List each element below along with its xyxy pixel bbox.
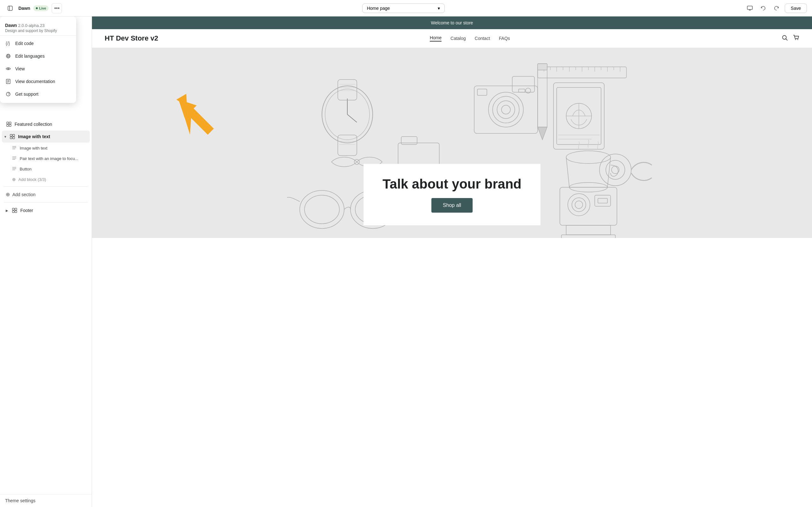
sidebar: Dawn 2.0.0-alpha.23 Design and support b…	[0, 16, 92, 507]
view-label: View	[15, 66, 25, 71]
preview-area: Welcome to our store HT Dev Store v2 Hom…	[92, 16, 812, 507]
svg-rect-33	[12, 208, 14, 210]
hero-title: Talk about your brand	[383, 176, 521, 192]
dropdown-subtitle: Design and support by Shopify	[5, 29, 71, 33]
view-docs-label: View documentation	[15, 79, 55, 84]
sub-item-button-label: Button	[20, 167, 32, 171]
book-icon	[5, 78, 11, 84]
page-selector[interactable]: Home page ▾	[362, 3, 445, 13]
sub-item-pair-text-label: Pair text with an image to focu...	[20, 156, 78, 161]
monitor-button[interactable]	[745, 3, 755, 13]
view-docs-item[interactable]: View documentation	[0, 75, 76, 88]
topbar-right: Save	[745, 3, 807, 13]
sidebar-sub-item-image-with-text[interactable]: Image with text	[0, 143, 92, 153]
svg-rect-16	[7, 122, 9, 124]
more-icon: •••	[54, 5, 60, 11]
add-section-label: Add section	[12, 192, 36, 197]
question-icon: ?	[5, 91, 11, 97]
sidebar-divider-2	[4, 202, 88, 203]
topbar-center: Home page ▾	[66, 3, 741, 13]
store-header: HT Dev Store v2 Home Catalog Contact FAQ…	[92, 29, 812, 48]
topbar-left: Dawn Live •••	[5, 3, 62, 13]
plus-icon-section: ⊕	[6, 191, 10, 198]
undo-button[interactable]	[758, 3, 768, 13]
svg-line-38	[786, 39, 788, 40]
sidebar-item-featured-collection[interactable]: Featured collection	[2, 118, 90, 130]
svg-rect-17	[9, 122, 11, 124]
nav-faqs[interactable]: FAQs	[499, 36, 510, 41]
theme-settings-label: Theme settings	[5, 498, 36, 503]
grid-icon-image-text	[9, 133, 15, 140]
get-support-item[interactable]: ? Get support	[0, 88, 76, 101]
sidebar-sub-item-pair-text[interactable]: Pair text with an image to focu...	[0, 153, 92, 164]
eye-icon	[5, 66, 11, 72]
dropdown-header: Dawn 2.0.0-alpha.23 Design and support b…	[0, 19, 76, 36]
chevron-down-icon: ▾	[438, 6, 440, 11]
redo-button[interactable]	[771, 3, 781, 13]
theme-name: Dawn	[18, 6, 30, 11]
lines-icon-3	[12, 166, 17, 172]
svg-rect-20	[10, 134, 12, 136]
page-selector-value: Home page	[367, 6, 390, 11]
announcement-text: Welcome to our store	[431, 20, 473, 25]
grid-icon-featured	[6, 121, 12, 127]
featured-collection-label: Featured collection	[14, 122, 86, 127]
nav-home[interactable]: Home	[430, 35, 442, 42]
svg-point-40	[798, 39, 798, 40]
search-icon[interactable]	[781, 35, 788, 43]
announcement-bar: Welcome to our store	[92, 16, 812, 29]
grid-icon-footer	[11, 207, 18, 214]
store-header-icons	[781, 35, 799, 43]
shop-all-button[interactable]: Shop all	[432, 198, 473, 213]
dropdown-title: Dawn 2.0.0-alpha.23	[5, 23, 71, 28]
svg-rect-0	[8, 6, 12, 10]
code-icon: {/}	[5, 40, 11, 47]
sidebar-sections: Featured collection ▾ Image with text Im…	[0, 118, 92, 217]
svg-rect-18	[7, 124, 9, 126]
add-block-item[interactable]: ⊕ Add block (3/3)	[0, 174, 92, 184]
hero-section: Talk about your brand Shop all	[92, 48, 812, 238]
svg-rect-23	[13, 137, 14, 139]
hero-content-card: Talk about your brand Shop all	[363, 164, 541, 225]
view-item[interactable]: View	[0, 62, 76, 75]
expand-icon: ▾	[4, 135, 6, 138]
svg-rect-21	[13, 134, 14, 136]
store-logo: HT Dev Store v2	[105, 34, 158, 43]
svg-rect-117	[538, 64, 547, 70]
add-section-item[interactable]: ⊕ Add section	[2, 188, 90, 200]
save-button[interactable]: Save	[785, 3, 807, 13]
back-button[interactable]	[5, 3, 15, 13]
svg-rect-22	[10, 137, 12, 139]
svg-rect-35	[12, 211, 14, 213]
live-label: Live	[39, 6, 46, 10]
nav-contact[interactable]: Contact	[475, 36, 490, 41]
sidebar-item-image-with-text[interactable]: ▾ Image with text	[2, 130, 90, 143]
sub-item-image-with-text-label: Image with text	[20, 146, 47, 151]
edit-code-item[interactable]: {/} Edit code	[0, 37, 76, 50]
live-dot	[36, 7, 38, 9]
footer-label: Footer	[20, 208, 86, 213]
dropdown-menu: Dawn 2.0.0-alpha.23 Design and support b…	[0, 16, 76, 103]
svg-rect-19	[9, 124, 11, 126]
preview-frame: Welcome to our store HT Dev Store v2 Hom…	[92, 16, 812, 507]
svg-point-9	[8, 68, 9, 69]
main-layout: Dawn 2.0.0-alpha.23 Design and support b…	[0, 16, 812, 507]
lines-icon-2	[12, 156, 17, 161]
nav-catalog[interactable]: Catalog	[450, 36, 466, 41]
svg-text:?: ?	[8, 92, 9, 96]
cart-icon[interactable]	[793, 35, 799, 43]
topbar: Dawn Live ••• Home page ▾ Save	[0, 0, 812, 16]
globe-icon	[5, 53, 11, 59]
store-nav: Home Catalog Contact FAQs	[430, 35, 510, 42]
add-block-label: Add block (3/3)	[18, 177, 46, 182]
more-options-button[interactable]: •••	[52, 3, 62, 13]
image-with-text-label: Image with text	[18, 134, 86, 139]
sidebar-item-footer[interactable]: ▶ Footer	[2, 205, 90, 216]
sidebar-sub-item-button[interactable]: Button	[0, 164, 92, 174]
theme-settings-footer[interactable]: Theme settings	[0, 494, 92, 507]
edit-languages-item[interactable]: Edit languages	[0, 50, 76, 62]
svg-text:{/}: {/}	[6, 41, 10, 46]
svg-rect-2	[747, 6, 752, 9]
svg-rect-34	[15, 208, 17, 210]
footer-expand-icon: ▶	[6, 209, 8, 212]
